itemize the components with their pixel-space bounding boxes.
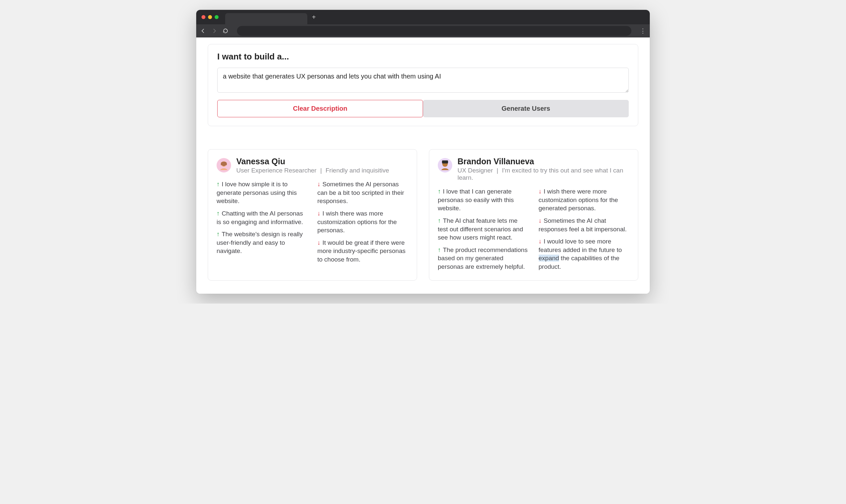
persona-name: Brandon Villanueva bbox=[458, 157, 630, 166]
persona-role: User Experience Researcher bbox=[236, 167, 317, 174]
prompt-card: I want to build a... Clear Description G… bbox=[208, 44, 638, 126]
browser-menu-icon[interactable]: ⋮ bbox=[640, 27, 646, 35]
feedback-columns: ↑I love how simple it is to generate per… bbox=[216, 180, 408, 264]
arrow-up-icon: ↑ bbox=[216, 181, 220, 187]
avatar bbox=[216, 158, 231, 173]
window-controls bbox=[201, 15, 218, 19]
arrow-down-icon: ↓ bbox=[539, 188, 542, 195]
address-bar[interactable] bbox=[237, 26, 631, 36]
feedback-item: ↑The product recommendations based on my… bbox=[438, 246, 529, 271]
persona-header: Vanessa Qiu User Experience Researcher |… bbox=[216, 157, 408, 174]
pros-column: ↑I love how simple it is to generate per… bbox=[216, 180, 307, 264]
clear-description-button[interactable]: Clear Description bbox=[217, 100, 423, 117]
arrow-down-icon: ↓ bbox=[539, 238, 542, 245]
persona-subtitle: UX Designer | I'm excited to try this ou… bbox=[458, 167, 630, 181]
cons-column: ↓I wish there were more customization op… bbox=[539, 187, 630, 271]
feedback-item: ↓I would love to see more features added… bbox=[539, 237, 630, 271]
arrow-up-icon: ↑ bbox=[438, 188, 441, 195]
arrow-up-icon: ↑ bbox=[216, 231, 220, 237]
cons-column: ↓Sometimes the AI personas can be a bit … bbox=[317, 180, 408, 264]
feedback-columns: ↑I love that I can generate personas so … bbox=[438, 187, 630, 271]
feedback-item: ↓Sometimes the AI personas can be a bit … bbox=[317, 180, 408, 205]
browser-window: + ⋮ I want to build a... Clear Descripti… bbox=[196, 10, 650, 294]
arrow-down-icon: ↓ bbox=[539, 217, 542, 224]
persona-card: Brandon Villanueva UX Designer | I'm exc… bbox=[429, 149, 638, 281]
close-window-icon[interactable] bbox=[201, 15, 206, 19]
persona-card: Vanessa Qiu User Experience Researcher |… bbox=[208, 149, 417, 281]
arrow-down-icon: ↓ bbox=[317, 210, 321, 217]
reload-button[interactable] bbox=[223, 28, 228, 34]
feedback-item: ↑I love how simple it is to generate per… bbox=[216, 180, 307, 205]
persona-grid: Vanessa Qiu User Experience Researcher |… bbox=[208, 149, 638, 281]
minimize-window-icon[interactable] bbox=[208, 15, 212, 19]
pros-column: ↑I love that I can generate personas so … bbox=[438, 187, 529, 271]
forward-button[interactable] bbox=[211, 28, 217, 34]
browser-tab[interactable] bbox=[225, 13, 307, 24]
description-input[interactable] bbox=[217, 68, 629, 93]
arrow-up-icon: ↑ bbox=[438, 217, 441, 224]
button-row: Clear Description Generate Users bbox=[217, 100, 629, 117]
maximize-window-icon[interactable] bbox=[215, 15, 218, 19]
back-button[interactable] bbox=[200, 28, 206, 34]
titlebar: + bbox=[196, 10, 650, 24]
browser-toolbar: ⋮ bbox=[196, 24, 650, 37]
feedback-item: ↑The AI chat feature lets me test out di… bbox=[438, 217, 529, 242]
prompt-title: I want to build a... bbox=[217, 52, 629, 62]
highlighted-word: expand bbox=[539, 255, 559, 262]
feedback-item: ↑I love that I can generate personas so … bbox=[438, 187, 529, 213]
arrow-down-icon: ↓ bbox=[317, 181, 321, 187]
svg-rect-4 bbox=[442, 160, 448, 163]
feedback-item: ↓I wish there was more customization opt… bbox=[317, 209, 408, 235]
tab-strip: + bbox=[225, 10, 320, 24]
feedback-item: ↑The website's design is really user-fri… bbox=[216, 230, 307, 255]
feedback-item: ↓Sometimes the AI chat responses feel a … bbox=[539, 217, 630, 233]
feedback-item: ↑Chatting with the AI personas is so eng… bbox=[216, 209, 307, 226]
persona-name: Vanessa Qiu bbox=[236, 157, 408, 166]
new-tab-button[interactable]: + bbox=[307, 14, 320, 21]
arrow-up-icon: ↑ bbox=[438, 247, 441, 253]
persona-trait: Friendly and inquisitive bbox=[325, 167, 389, 174]
page-content: I want to build a... Clear Description G… bbox=[196, 37, 650, 294]
arrow-up-icon: ↑ bbox=[216, 210, 220, 217]
feedback-item: ↓I wish there were more customization op… bbox=[539, 187, 630, 213]
avatar bbox=[438, 158, 452, 173]
feedback-item: ↓It would be great if there were more in… bbox=[317, 238, 408, 264]
persona-header: Brandon Villanueva UX Designer | I'm exc… bbox=[438, 157, 630, 181]
generate-users-button[interactable]: Generate Users bbox=[423, 100, 629, 117]
persona-role: UX Designer bbox=[458, 167, 493, 174]
persona-subtitle: User Experience Researcher | Friendly an… bbox=[236, 167, 408, 174]
arrow-down-icon: ↓ bbox=[317, 239, 321, 246]
